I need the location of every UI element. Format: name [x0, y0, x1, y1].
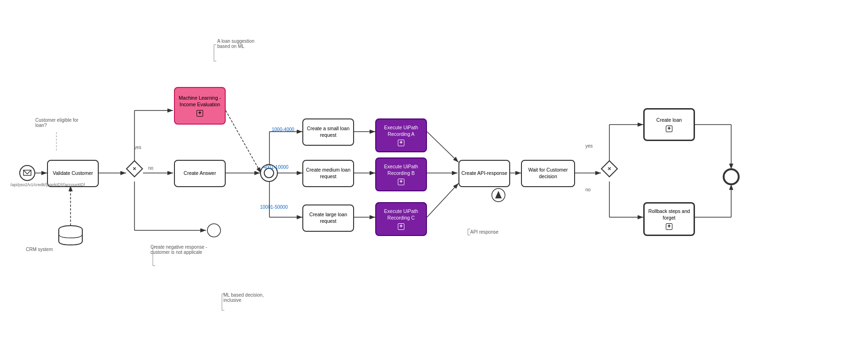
medium-loan-label: Create medium loan request — [305, 167, 351, 180]
ml-label: Machine Learning - Income Evaluation — [177, 95, 223, 108]
execute-a-plus-icon: + — [398, 140, 404, 146]
execute-b-plus-icon: + — [398, 179, 404, 185]
create-loan-task[interactable]: Create loan + — [643, 108, 695, 141]
create-api-label: Create API-response — [461, 170, 507, 177]
bpmn-diagram: × × Validate Customer Machine Learning -… — [0, 0, 868, 346]
execute-c-task[interactable]: Execute UiPath Recording C + — [375, 202, 427, 236]
large-loan-label: Create large loan request — [305, 212, 351, 224]
svg-line-7 — [226, 110, 261, 173]
svg-text:×: × — [608, 165, 611, 172]
create-loan-label: Create loan — [656, 117, 682, 124]
validate-customer-label: Validate Customer — [53, 170, 93, 177]
create-answer-task[interactable]: Create Answer — [174, 160, 226, 187]
small-loan-task[interactable]: Create a small loan request — [302, 118, 354, 146]
rollback-task[interactable]: Rollback steps and forget + — [643, 202, 695, 236]
execute-c-label: Execute UiPath Recording C — [378, 208, 424, 221]
execute-c-plus-icon: + — [398, 223, 404, 230]
rollback-plus-icon: + — [666, 223, 672, 230]
execute-a-task[interactable]: Execute UiPath Recording A + — [375, 118, 427, 152]
execute-b-task[interactable]: Execute UiPath Recording B + — [375, 157, 427, 191]
svg-point-46 — [724, 169, 739, 184]
crm-database-icon — [56, 225, 85, 246]
small-loan-label: Create a small loan request — [305, 126, 351, 138]
create-answer-label: Create Answer — [184, 170, 216, 177]
bpmn-svg: × × — [0, 0, 868, 346]
svg-line-17 — [427, 132, 458, 162]
svg-point-39 — [260, 165, 277, 181]
validate-customer-task[interactable]: Validate Customer — [47, 160, 99, 187]
execute-b-label: Execute UiPath Recording B — [378, 164, 424, 176]
ml-plus-icon: + — [197, 110, 203, 117]
ml-task[interactable]: Machine Learning - Income Evaluation + — [174, 87, 226, 125]
create-api-task[interactable]: Create API-response — [458, 160, 510, 187]
svg-point-41 — [207, 224, 221, 237]
svg-point-35 — [20, 165, 35, 181]
rollback-label: Rollback steps and forget — [647, 208, 692, 221]
svg-line-19 — [427, 183, 458, 217]
large-loan-task[interactable]: Create large loan request — [302, 204, 354, 232]
wait-customer-label: Wait for Customer decision — [524, 167, 572, 180]
medium-loan-task[interactable]: Create medium loan request — [302, 160, 354, 187]
svg-text:×: × — [133, 165, 136, 172]
execute-a-label: Execute UiPath Recording A — [378, 125, 424, 137]
create-loan-plus-icon: + — [666, 126, 672, 132]
wait-customer-task[interactable]: Wait for Customer decision — [521, 160, 575, 187]
